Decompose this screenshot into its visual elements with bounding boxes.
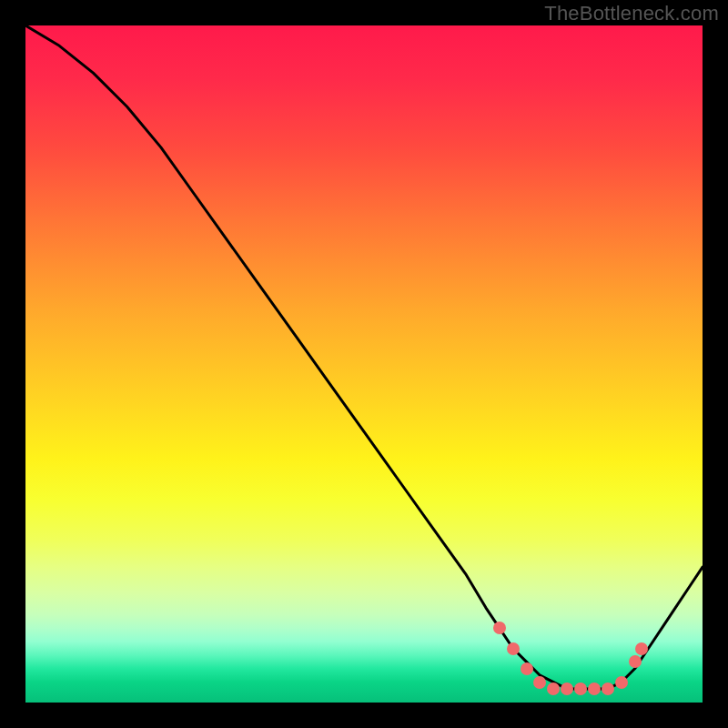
marker-dot [507,642,520,655]
marker-dot [561,682,573,695]
marker-dot [635,642,648,655]
marker-dot [493,622,506,634]
marker-dot [615,676,628,689]
marker-dots-layer [25,25,703,703]
marker-dot [521,662,533,675]
chart-frame: TheBottleneck.com [0,0,728,728]
marker-dot [602,682,614,695]
plot-area [25,25,703,703]
watermark-label: TheBottleneck.com [544,2,719,25]
marker-dot [588,682,601,695]
marker-dot [574,682,587,695]
marker-dot [629,655,642,668]
marker-dot [547,682,560,695]
marker-dot [533,676,546,689]
